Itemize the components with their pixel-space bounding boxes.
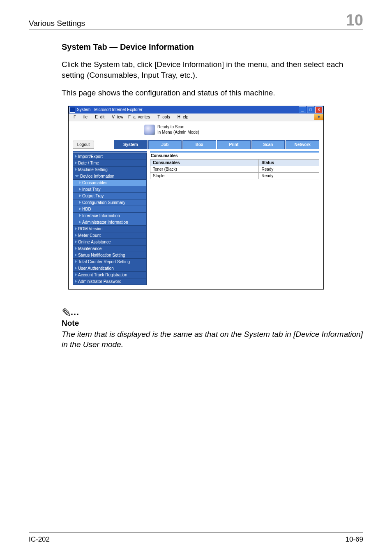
table-head-status: Status bbox=[259, 159, 319, 166]
menu-file[interactable]: File bbox=[69, 115, 90, 119]
sidebar-item-user-auth[interactable]: User Authentication bbox=[73, 265, 147, 272]
sidebar-sub-admin-info[interactable]: Administrator Information bbox=[73, 219, 147, 226]
menu-view[interactable]: View bbox=[107, 115, 126, 119]
sidebar-sub-input-tray[interactable]: Input Tray bbox=[73, 186, 147, 193]
logout-button[interactable]: Logout bbox=[73, 141, 94, 149]
tab-network[interactable]: Network bbox=[286, 140, 319, 149]
menu-tools[interactable]: Tools bbox=[152, 115, 172, 119]
footer-model: IC-202 bbox=[29, 535, 50, 544]
ie-logo-icon: ✦ bbox=[314, 114, 323, 120]
table-row: Toner (Black) Ready bbox=[150, 166, 319, 172]
chapter-number: 10 bbox=[346, 12, 363, 28]
sidebar-item-account-track[interactable]: Account Track Registration bbox=[73, 271, 147, 278]
footer-page-number: 10-69 bbox=[346, 535, 363, 544]
tab-box[interactable]: Box bbox=[182, 140, 216, 149]
sidebar-item-online-assistance[interactable]: Online Assistance bbox=[73, 239, 147, 246]
sidebar-sub-config-summary[interactable]: Configuration Summary bbox=[73, 199, 147, 206]
sidebar: Import/Export Date / Time Machine Settin… bbox=[73, 151, 147, 285]
tab-job[interactable]: Job bbox=[148, 140, 182, 149]
consumables-table: Consumables Status Toner (Black) Ready S… bbox=[150, 159, 319, 179]
menu-edit[interactable]: Edit bbox=[90, 115, 107, 119]
sidebar-sub-interface-info[interactable]: Interface Information bbox=[73, 212, 147, 219]
sidebar-item-machine-setting[interactable]: Machine Setting bbox=[73, 166, 147, 173]
content-pane: Consumables Consumables Status Toner (Bl… bbox=[150, 151, 319, 285]
tab-system[interactable]: System bbox=[114, 140, 148, 149]
section-title: System Tab — Device Information bbox=[62, 42, 363, 52]
sidebar-sub-hdd[interactable]: HDD bbox=[73, 206, 147, 213]
menu-favorites[interactable]: Favorites bbox=[126, 115, 152, 119]
sidebar-item-date-time[interactable]: Date / Time bbox=[73, 160, 147, 167]
sidebar-item-import-export[interactable]: Import/Export bbox=[73, 153, 147, 160]
note-label: Note bbox=[62, 319, 363, 328]
paragraph-2: This page shows the configuration and st… bbox=[62, 88, 363, 98]
note-text: The item that is displayed is the same a… bbox=[62, 329, 363, 350]
window-titlebar: System - Microsoft Internet Explorer _ □… bbox=[69, 106, 323, 114]
device-status-text: Ready to Scan In Menu (Admin Mode) bbox=[157, 125, 199, 135]
sidebar-sub-output-tray[interactable]: Output Tray bbox=[73, 192, 147, 199]
sidebar-sub-consumables[interactable]: Consumables bbox=[73, 179, 147, 186]
ie-icon bbox=[69, 107, 75, 113]
sidebar-item-maintenance[interactable]: Maintenance bbox=[73, 245, 147, 252]
note-ellipsis-icon: … bbox=[70, 307, 80, 317]
table-row: Staple Ready bbox=[150, 172, 319, 179]
screenshot: System - Microsoft Internet Explorer _ □… bbox=[68, 106, 324, 290]
table-head-consumables: Consumables bbox=[150, 159, 259, 166]
sidebar-item-status-notification[interactable]: Status Notification Setting bbox=[73, 252, 147, 259]
menu-help[interactable]: Help bbox=[173, 115, 191, 119]
window-maximize-button[interactable]: □ bbox=[307, 107, 314, 113]
tab-scan[interactable]: Scan bbox=[251, 140, 285, 149]
content-heading: Consumables bbox=[151, 153, 319, 158]
window-close-button[interactable]: × bbox=[315, 107, 323, 113]
window-minimize-button[interactable]: _ bbox=[299, 107, 306, 113]
device-status-icon bbox=[144, 125, 155, 135]
sidebar-item-counter-report[interactable]: Total Counter Report Setting bbox=[73, 258, 147, 265]
sidebar-item-meter-count[interactable]: Meter Count bbox=[73, 232, 147, 239]
browser-menubar: File Edit View Favorites Tools Help ✦ bbox=[69, 114, 323, 121]
breadcrumb: Various Settings bbox=[29, 19, 85, 28]
sidebar-item-admin-password[interactable]: Administrator Password bbox=[73, 278, 147, 285]
paragraph-1: Click the System tab, click [Device Info… bbox=[62, 59, 363, 80]
tab-print[interactable]: Print bbox=[217, 140, 251, 149]
window-title: System - Microsoft Internet Explorer bbox=[77, 107, 298, 112]
note-icon: ✎ bbox=[62, 306, 71, 320]
sidebar-item-rom-version[interactable]: ROM Version bbox=[73, 225, 147, 232]
sidebar-item-device-information[interactable]: Device Information bbox=[73, 173, 147, 180]
